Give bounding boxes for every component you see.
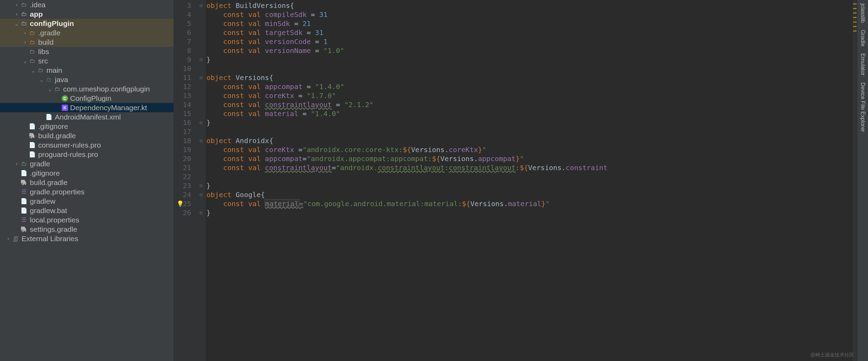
tree-item[interactable]: ›🗀build	[0, 37, 173, 47]
fold-toggle-icon[interactable]: ⊟	[199, 190, 206, 199]
tree-item[interactable]: ⌄🗀configPlugin	[0, 19, 173, 28]
code-line[interactable]: const val constraintlayout = "2.1.2"	[206, 100, 853, 109]
tree-item[interactable]: ⌄🗀src	[0, 56, 173, 65]
line-number[interactable]: 25	[173, 199, 199, 208]
line-number[interactable]: 20	[173, 154, 199, 163]
line-number[interactable]: 12	[173, 82, 199, 91]
tree-item[interactable]: 📄consumer-rules.pro	[0, 140, 173, 150]
tool-tab[interactable]: Gradle	[858, 26, 867, 50]
expand-arrow-icon[interactable]: ›	[13, 11, 20, 17]
code-line[interactable]	[206, 127, 853, 136]
fold-toggle-icon[interactable]: ⊟	[199, 55, 206, 64]
code-line[interactable]: object Versions{	[206, 73, 853, 82]
code-line[interactable]: }	[206, 55, 853, 64]
code-line[interactable]: }	[206, 208, 853, 217]
fold-toggle-icon[interactable]: ⊟	[199, 181, 206, 190]
tree-item[interactable]: ⌄🗀com.umeshop.configplugin	[0, 84, 173, 94]
tool-tab[interactable]: Device File Explorer	[858, 79, 867, 135]
tree-item[interactable]: 📄.gitignore	[0, 122, 173, 131]
line-number[interactable]: 4	[173, 10, 199, 19]
code-line[interactable]: const val versionName = "1.0"	[206, 46, 853, 55]
tool-tab[interactable]: jclasslib	[858, 0, 867, 26]
expand-arrow-icon[interactable]: ⌄	[46, 86, 53, 92]
fold-toggle-icon[interactable]: ⊟	[199, 136, 206, 145]
code-line[interactable]: }	[206, 181, 853, 190]
code-line[interactable]	[206, 64, 853, 73]
code-line[interactable]	[206, 172, 853, 181]
expand-arrow-icon[interactable]: ⌄	[22, 58, 28, 64]
tree-item[interactable]: 📄gradlew	[0, 196, 173, 206]
tree-item[interactable]: ›∭External Libraries	[0, 234, 173, 243]
line-number[interactable]: 13	[173, 91, 199, 100]
tree-item[interactable]: 🐘settings.gradle	[0, 224, 173, 234]
code-line[interactable]: const val coreKtx ="androidx.core:core-k…	[206, 145, 853, 154]
expand-arrow-icon[interactable]: ›	[22, 29, 28, 36]
tree-item[interactable]: 📄AndroidManifest.xml	[0, 112, 173, 122]
line-number[interactable]: 21	[173, 163, 199, 172]
code-line[interactable]: const val compileSdk = 31	[206, 10, 853, 19]
line-number[interactable]: 18	[173, 136, 199, 145]
code-line[interactable]: object Google{	[206, 190, 853, 199]
tree-item[interactable]: ☰local.properties	[0, 215, 173, 224]
tree-item[interactable]: ›🗀gradle	[0, 159, 173, 168]
code-area[interactable]: object BuildVersions{ const val compileS…	[206, 0, 853, 361]
expand-arrow-icon[interactable]: ⌄	[30, 67, 37, 73]
code-line[interactable]: const val targetSdk = 31	[206, 28, 853, 37]
tree-item[interactable]: ›🗀app	[0, 9, 173, 19]
code-line[interactable]: const val appcompat = "1.4.0"	[206, 82, 853, 91]
code-line[interactable]: const val constraintlayout="androidx.con…	[206, 163, 853, 172]
line-number[interactable]: 8	[173, 46, 199, 55]
tree-item[interactable]: 📄gradlew.bat	[0, 206, 173, 215]
line-number[interactable]: 3	[173, 1, 199, 10]
project-tree[interactable]: ›🗀.idea›🗀app⌄🗀configPlugin›🗀.gradle›🗀bui…	[0, 0, 173, 361]
code-line[interactable]: const val material = "1.4.0"	[206, 109, 853, 118]
line-number[interactable]: 9	[173, 55, 199, 64]
tree-item[interactable]: 📄proguard-rules.pro	[0, 150, 173, 159]
tree-item[interactable]: 🐘build.gradle	[0, 178, 173, 187]
code-line[interactable]: object Androidx{	[206, 136, 853, 145]
tree-item[interactable]: KDependencyManager.kt	[0, 103, 173, 112]
expand-arrow-icon[interactable]: ⌄	[13, 20, 20, 27]
line-number[interactable]: 19	[173, 145, 199, 154]
line-number[interactable]: 23	[173, 181, 199, 190]
expand-arrow-icon[interactable]: ⌄	[38, 76, 45, 83]
expand-arrow-icon[interactable]: ›	[5, 235, 12, 242]
line-number[interactable]: 6	[173, 28, 199, 37]
line-number[interactable]: 10	[173, 64, 199, 73]
tool-tab[interactable]: Emulator	[858, 50, 867, 79]
code-line[interactable]: object BuildVersions{	[206, 1, 853, 10]
tree-item[interactable]: ›🗀.idea	[0, 0, 173, 9]
line-number[interactable]: 26	[173, 208, 199, 217]
fold-toggle-icon[interactable]: ⊟	[199, 208, 206, 217]
line-number[interactable]: 24	[173, 190, 199, 199]
tree-item[interactable]: 📄.gitignore	[0, 168, 173, 178]
tree-item[interactable]: ☰gradle.properties	[0, 187, 173, 196]
line-number[interactable]: 11	[173, 73, 199, 82]
tree-item[interactable]: ›🗀.gradle	[0, 28, 173, 37]
tree-item[interactable]: ⌄🗀java	[0, 75, 173, 84]
code-line[interactable]: const val material="com.google.android.m…	[206, 199, 853, 208]
line-number[interactable]: 22	[173, 172, 199, 181]
tree-item[interactable]: ⌄🗀main	[0, 65, 173, 75]
line-number[interactable]: 5	[173, 19, 199, 28]
line-number[interactable]: 16	[173, 118, 199, 127]
code-line[interactable]: const val appcompat="androidx.appcompat:…	[206, 154, 853, 163]
fold-toggle-icon[interactable]: ⊟	[199, 73, 206, 82]
line-number[interactable]: 17	[173, 127, 199, 136]
code-line[interactable]: const val minSdk = 21	[206, 19, 853, 28]
fold-toggle-icon[interactable]: ⊟	[199, 1, 206, 10]
tree-item[interactable]: 🗀libs	[0, 47, 173, 56]
code-line[interactable]: const val versionCode = 1	[206, 37, 853, 46]
code-line[interactable]: const val coreKtx = "1.7.0"	[206, 91, 853, 100]
tree-item[interactable]: 🐘build.gradle	[0, 131, 173, 140]
line-number[interactable]: 15	[173, 109, 199, 118]
minimap[interactable]	[853, 0, 857, 361]
code-line[interactable]: }	[206, 118, 853, 127]
line-number[interactable]: 14	[173, 100, 199, 109]
line-number[interactable]: 7	[173, 37, 199, 46]
expand-arrow-icon[interactable]: ›	[13, 1, 20, 8]
tree-item[interactable]: CConfigPlugin	[0, 94, 173, 103]
fold-toggle-icon[interactable]: ⊟	[199, 118, 206, 127]
expand-arrow-icon[interactable]: ›	[13, 160, 20, 167]
expand-arrow-icon[interactable]: ›	[22, 39, 28, 45]
